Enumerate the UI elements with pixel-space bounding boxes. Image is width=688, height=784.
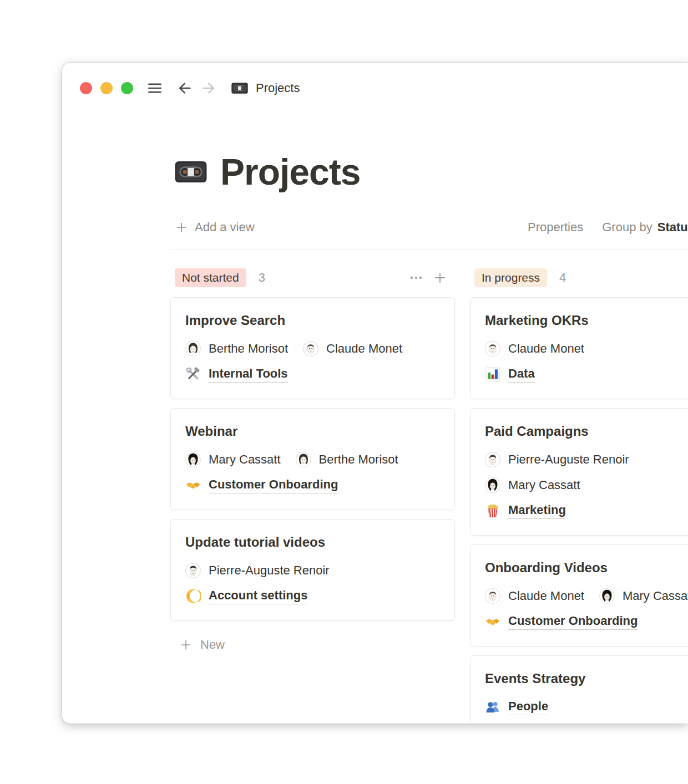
- new-card-button[interactable]: New: [170, 638, 455, 652]
- card-title: Marketing OKRs: [485, 312, 688, 329]
- person: Claude Monet: [485, 588, 584, 604]
- card-improve-search[interactable]: Improve Search Berthe Morisot Claude Mon…: [170, 297, 455, 399]
- breadcrumb-page-title[interactable]: Projects: [256, 81, 300, 95]
- person-name: Claude Monet: [508, 589, 584, 603]
- avatar-pierre-auguste-renoir: [485, 452, 500, 467]
- relation-link[interactable]: Marketing: [508, 503, 566, 519]
- people-row: Pierre-Auguste Renoir: [485, 451, 688, 469]
- back-arrow-icon[interactable]: [176, 80, 193, 96]
- person-name: Mary Cassatt: [623, 589, 688, 603]
- link-row: Customer Onboarding: [185, 476, 440, 494]
- status-badge[interactable]: In progress: [474, 268, 547, 287]
- avatar-claude-monet: [303, 341, 318, 357]
- link-row: Data: [485, 365, 688, 383]
- more-options-icon[interactable]: [409, 271, 423, 285]
- avatar-mary-cassatt: [599, 588, 615, 604]
- card-title: Webinar: [185, 423, 440, 440]
- person: Berthe Morisot: [296, 452, 398, 467]
- card-title: Update tutorial videos: [185, 534, 440, 551]
- card-title: Improve Search: [185, 312, 440, 329]
- traffic-light-minimize[interactable]: [100, 82, 113, 94]
- card-update-tutorial-videos[interactable]: Update tutorial videos Pierre-Auguste Re…: [170, 519, 455, 621]
- titlebar: Projects: [62, 63, 688, 114]
- relation-link[interactable]: Account settings: [209, 588, 307, 604]
- plus-icon: [179, 638, 193, 651]
- people-row: Pierre-Auguste Renoir: [185, 562, 440, 579]
- people-row: Claude Monet Mary Cassatt: [485, 587, 688, 605]
- kanban-board: Not started 3 Improve Search Berthe Mori…: [170, 267, 688, 724]
- avatar-mary-cassatt: [185, 452, 201, 467]
- handshake-icon: [185, 477, 201, 493]
- busts-in-silhouette-icon: [485, 699, 500, 715]
- forward-arrow-icon[interactable]: [200, 80, 217, 96]
- add-view-label: Add a view: [195, 220, 255, 235]
- relation-link[interactable]: Internal Tools: [209, 366, 288, 383]
- videocassette-icon: [231, 79, 249, 97]
- first-quarter-moon-icon: [185, 588, 201, 604]
- person: Claude Monet: [303, 341, 402, 357]
- page-content: Projects Add a view Properties Group byS…: [62, 154, 688, 724]
- column-count: 3: [259, 271, 265, 285]
- column-header: In progress 4: [470, 267, 688, 288]
- person: Pierre-Auguste Renoir: [185, 563, 330, 578]
- person: Berthe Morisot: [185, 341, 288, 357]
- add-card-icon[interactable]: [433, 271, 447, 285]
- card-paid-campaigns[interactable]: Paid Campaigns Pierre-Auguste Renoir Mar…: [470, 408, 688, 536]
- person: Pierre-Auguste Renoir: [485, 452, 629, 467]
- person: Mary Cassatt: [599, 588, 688, 604]
- group-by-button[interactable]: Group byStatus: [602, 220, 688, 235]
- new-card-label: New: [200, 638, 225, 652]
- add-view-button[interactable]: Add a view: [170, 220, 255, 235]
- page-title: Projects: [220, 154, 360, 190]
- person-name: Pierre-Auguste Renoir: [508, 452, 629, 467]
- sidebar-menu-icon[interactable]: [146, 80, 163, 96]
- person-name: Berthe Morisot: [209, 342, 288, 356]
- column-count: 4: [559, 271, 566, 285]
- link-row: People: [485, 698, 688, 716]
- link-row: Marketing: [485, 502, 688, 520]
- status-badge[interactable]: Not started: [175, 268, 246, 287]
- person-name: Claude Monet: [508, 342, 584, 356]
- person-name: Claude Monet: [326, 342, 402, 356]
- videocassette-icon: [174, 155, 208, 189]
- person-name: Berthe Morisot: [319, 452, 398, 467]
- traffic-light-zoom[interactable]: [121, 82, 133, 94]
- divider: [170, 249, 688, 250]
- card-title: Events Strategy: [485, 670, 688, 687]
- card-events-strategy[interactable]: Events Strategy People: [470, 655, 688, 724]
- card-webinar[interactable]: Webinar Mary Cassatt Berthe Morisot: [170, 408, 455, 510]
- hammer-and-wrench-icon: [185, 366, 201, 382]
- avatar-berthe-morisot: [185, 341, 201, 357]
- group-by-label: Group by: [602, 220, 652, 234]
- link-row: Customer Onboarding: [485, 613, 688, 630]
- avatar-mary-cassatt: [485, 477, 500, 493]
- app-window: Projects Projects Add a view Properties …: [62, 63, 688, 724]
- people-row: Mary Cassatt Berthe Morisot: [185, 451, 440, 469]
- people-row: Claude Monet: [485, 340, 688, 358]
- column-actions: [409, 271, 455, 285]
- card-onboarding-videos[interactable]: Onboarding Videos Claude Monet Mary Cass…: [470, 544, 688, 646]
- column-header: Not started 3: [170, 267, 455, 288]
- card-title: Onboarding Videos: [485, 559, 688, 576]
- traffic-light-close[interactable]: [80, 82, 92, 94]
- person-name: Mary Cassatt: [508, 478, 580, 492]
- avatar-claude-monet: [485, 341, 500, 357]
- card-marketing-okrs[interactable]: Marketing OKRs Claude Monet Data: [470, 297, 688, 399]
- people-row: Berthe Morisot Claude Monet: [185, 340, 440, 358]
- people-row: Mary Cassatt: [485, 476, 688, 494]
- bar-chart-icon: [485, 366, 500, 382]
- handshake-icon: [485, 614, 500, 629]
- view-toolbar: Add a view Properties Group byStatus: [170, 217, 688, 238]
- relation-link[interactable]: Customer Onboarding: [508, 614, 638, 630]
- person-name: Mary Cassatt: [209, 452, 281, 467]
- relation-link[interactable]: Data: [508, 366, 535, 383]
- column-not-started: Not started 3 Improve Search Berthe Mori…: [170, 267, 455, 724]
- avatar-berthe-morisot: [296, 452, 311, 467]
- toolbar-right: Properties Group byStatus: [528, 217, 688, 238]
- relation-link[interactable]: Customer Onboarding: [209, 477, 338, 493]
- page-title-row: Projects: [170, 154, 688, 190]
- person: Mary Cassatt: [485, 477, 580, 493]
- relation-link[interactable]: People: [508, 699, 548, 715]
- avatar-claude-monet: [485, 588, 500, 604]
- properties-button[interactable]: Properties: [528, 220, 583, 235]
